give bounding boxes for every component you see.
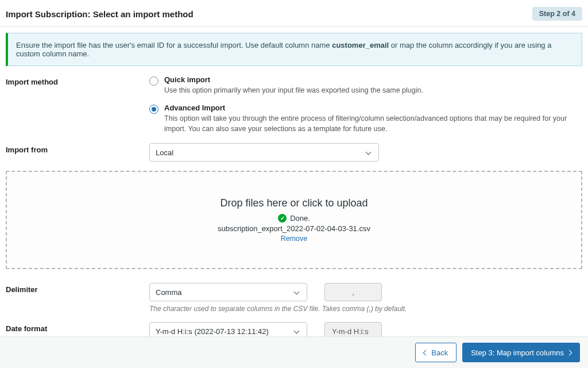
upload-status: ✓ Done.	[13, 214, 575, 223]
advanced-import-desc: This option will take you through the en…	[164, 113, 582, 134]
delimiter-row: Delimiter Comma , The character used to …	[6, 283, 582, 313]
page-header: Import Subscription: Select an import me…	[0, 0, 588, 27]
import-method-label: Import method	[6, 75, 149, 86]
chevron-left-icon	[423, 350, 429, 355]
chevron-down-icon	[294, 289, 300, 294]
import-from-select[interactable]: Local	[149, 143, 379, 162]
next-step-button[interactable]: Step 3: Map import columns	[462, 343, 580, 362]
import-from-row: Import from Local	[6, 143, 582, 162]
delimiter-char-display: ,	[324, 283, 382, 301]
file-dropzone[interactable]: Drop files here or click to upload ✓ Don…	[6, 171, 582, 269]
date-format-label: Date format	[6, 322, 149, 333]
import-from-value: Local	[156, 148, 173, 157]
uploaded-filename: subscription_export_2022-07-02-04-03-31.…	[13, 224, 575, 233]
radio-icon[interactable]	[149, 105, 158, 114]
import-method-row: Import method Quick import Use this opti…	[6, 75, 582, 134]
radio-icon[interactable]	[149, 76, 158, 86]
delimiter-help: The character used to separate columns i…	[149, 305, 582, 313]
check-icon: ✓	[278, 214, 287, 223]
wizard-footer: Back Step 3: Map import columns	[0, 336, 588, 368]
chevron-right-icon	[567, 350, 572, 355]
notice-bold: customer_email	[332, 41, 389, 49]
quick-import-title: Quick import	[164, 75, 582, 84]
back-button[interactable]: Back	[415, 343, 457, 362]
advanced-import-title: Advanced Import	[164, 103, 582, 112]
import-from-label: Import from	[6, 143, 149, 154]
delimiter-label: Delimiter	[6, 283, 149, 294]
notice-text-pre: Ensure the import file has the user's em…	[16, 41, 332, 49]
quick-import-desc: Use this option primarily when your inpu…	[164, 85, 582, 95]
back-button-label: Back	[431, 348, 448, 357]
next-button-label: Step 3: Map import columns	[471, 348, 564, 357]
step-indicator: Step 2 of 4	[532, 7, 582, 21]
delimiter-select[interactable]: Comma	[149, 283, 307, 301]
info-notice: Ensure the import file has the user's em…	[6, 33, 582, 66]
quick-import-option[interactable]: Quick import Use this option primarily w…	[149, 75, 582, 95]
delimiter-value: Comma	[156, 288, 182, 297]
chevron-down-icon	[366, 149, 372, 155]
dropzone-title: Drop files here or click to upload	[13, 197, 575, 209]
remove-file-link[interactable]: Remove	[281, 235, 308, 243]
advanced-import-option[interactable]: Advanced Import This option will take yo…	[149, 103, 582, 134]
date-format-value: Y-m-d H:i:s (2022-07-13 12:11:42)	[156, 327, 269, 336]
done-text: Done.	[290, 214, 310, 223]
page-title: Import Subscription: Select an import me…	[6, 9, 194, 19]
chevron-down-icon	[294, 328, 300, 334]
